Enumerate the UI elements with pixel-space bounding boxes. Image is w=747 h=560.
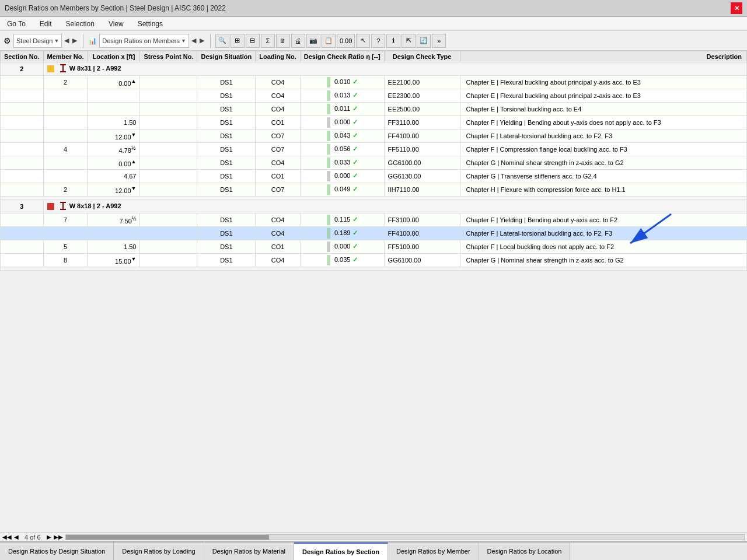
- help-btn[interactable]: ?: [371, 34, 385, 48]
- table-row: 2 W 8x31 | 2 - A992: [1, 62, 747, 76]
- table-row[interactable]: 1.50 DS1 CO1 0.000 ✓ FF3110.00 Chapter F…: [1, 116, 747, 130]
- info-btn[interactable]: ℹ: [386, 34, 400, 48]
- location-x-cell: 4.67: [88, 170, 140, 183]
- result-btn[interactable]: 📋: [322, 34, 336, 48]
- ratio-cell: 0.043 ✓: [300, 130, 384, 143]
- cursor-btn[interactable]: ↖: [356, 34, 370, 48]
- scroll-last[interactable]: ▶▶: [54, 534, 63, 540]
- member-no-cell: 4: [43, 143, 88, 156]
- check-code-cell: FF3100.00: [384, 214, 460, 227]
- member-no-cell: 5: [43, 240, 88, 254]
- section-no-cell: [1, 240, 44, 254]
- check-ok-icon: ✓: [352, 216, 358, 223]
- export-btn[interactable]: 🗎: [276, 34, 290, 48]
- table-row[interactable]: DS1 CO4 0.189 ✓ FF4100.00 Chapter F | La…: [1, 227, 747, 240]
- table-row[interactable]: 0.00▲ DS1 CO4 0.033 ✓ GG6100.00 Chapter …: [1, 156, 747, 170]
- tab-member[interactable]: Design Ratios by Member: [388, 542, 479, 560]
- description-cell: Chapter E | Flexural buckling about prin…: [460, 76, 746, 89]
- scroll-first[interactable]: ◀◀: [2, 534, 12, 540]
- ratio-cell: 0.035 ✓: [300, 254, 384, 267]
- table-row[interactable]: 4 4.78¹⁄₃ DS1 CO7 0.056 ✓ FF5110.00 Chap…: [1, 143, 747, 156]
- header-location-x: Location x [ft]: [88, 51, 140, 62]
- more-btn[interactable]: »: [432, 34, 446, 48]
- description-cell: Chapter G | Nominal shear strength in z-…: [460, 254, 746, 267]
- table-row[interactable]: 5 1.50 DS1 CO1 0.000 ✓ FF5100.00 Chapter…: [1, 240, 747, 254]
- table-row[interactable]: 8 15.00▼ DS1 CO4 0.035 ✓ GG6100.00 Chapt…: [1, 254, 747, 267]
- ratio-cell: 0.000 ✓: [300, 116, 384, 130]
- loading-no-cell: CO4: [256, 156, 301, 170]
- check-code-cell: FF3110.00: [384, 116, 460, 130]
- tab-material[interactable]: Design Ratios by Material: [204, 542, 294, 560]
- data-table: Section No. Member No. Location x [ft] S…: [0, 51, 747, 271]
- table-btn[interactable]: ⊞: [231, 34, 245, 48]
- dropdown2-next[interactable]: ▶: [198, 36, 205, 45]
- table-row[interactable]: DS1 CO4 0.011 ✓ EE2500.00 Chapter E | To…: [1, 103, 747, 116]
- value-btn[interactable]: 0.00: [337, 34, 355, 48]
- ratio-bar: [327, 131, 330, 141]
- scroll-next[interactable]: ▶: [47, 534, 51, 540]
- svg-rect-1: [62, 65, 64, 71]
- table-row[interactable]: 2 0.00▲ DS1 CO4 0.010 ✓ EE2100.00 Chapte…: [1, 76, 747, 89]
- description-cell: Chapter E | Torsional buckling acc. to E…: [460, 103, 746, 116]
- steel-design-dropdown[interactable]: Steel Design ▼: [13, 34, 62, 48]
- tab-location[interactable]: Design Ratios by Location: [479, 542, 571, 560]
- ratio-cell: 0.189 ✓: [300, 227, 384, 240]
- toolbar-group-1: ⚙ Steel Design ▼ ◀ ▶: [4, 34, 78, 48]
- loading-no-cell: CO4: [256, 254, 301, 267]
- update-btn[interactable]: 🔄: [417, 34, 431, 48]
- header-design-check-type: Design Check Type: [384, 51, 460, 62]
- svg-rect-5: [60, 209, 66, 210]
- scrollbar-area: ◀◀ ◀ 4 of 6 ▶ ▶▶: [0, 532, 747, 541]
- check-ok-icon: ✓: [352, 78, 358, 85]
- location-x-cell: 7.50½: [88, 214, 140, 227]
- description-cell: Chapter F | Lateral-torsional buckling a…: [460, 227, 746, 240]
- svg-rect-2: [60, 71, 66, 72]
- zoom-btn[interactable]: 🔍: [215, 34, 229, 48]
- scroll-prev[interactable]: ◀: [14, 534, 19, 540]
- screenshot-btn[interactable]: 📷: [306, 34, 320, 48]
- menu-view[interactable]: View: [106, 19, 126, 29]
- check-ok-icon: ✓: [352, 118, 358, 125]
- dropdown1-prev[interactable]: ◀: [63, 36, 70, 45]
- design-situation-cell: DS1: [197, 76, 256, 89]
- menu-edit[interactable]: Edit: [37, 19, 54, 29]
- description-cell: Chapter H | Flexure with compression for…: [460, 183, 746, 197]
- loading-no-cell: CO1: [256, 116, 301, 130]
- horizontal-scrollbar[interactable]: [65, 534, 745, 540]
- location-x-cell: [88, 89, 140, 103]
- loading-no-cell: CO4: [256, 76, 301, 89]
- nav-home-btn[interactable]: ⇱: [402, 34, 416, 48]
- print-btn[interactable]: 🖨: [291, 34, 305, 48]
- check-code-cell: EE2300.00: [384, 89, 460, 103]
- window-title: Design Ratios on Members by Section | St…: [5, 4, 226, 12]
- member-no-cell: 8: [43, 254, 88, 267]
- design-situation-cell: DS1: [197, 103, 256, 116]
- dropdown1-next[interactable]: ▶: [71, 36, 78, 45]
- table-row[interactable]: 2 12.00▼ DS1 CO7 0.049 ✓ IIH7110.00 Chap…: [1, 183, 747, 197]
- table-row[interactable]: 7 7.50½ DS1 CO4 0.115 ✓ FF3100.00 Chapte…: [1, 214, 747, 227]
- table-row[interactable]: 4.67 DS1 CO1 0.000 ✓ GG6130.00 Chapter G…: [1, 170, 747, 183]
- tab-loading[interactable]: Design Ratios by Loading: [114, 542, 204, 560]
- sum-btn[interactable]: Σ: [261, 34, 275, 48]
- check-code-cell: FF4100.00: [384, 130, 460, 143]
- location-x-cell: 12.00▼: [88, 130, 140, 143]
- menu-settings[interactable]: Settings: [135, 19, 165, 29]
- menu-goto[interactable]: Go To: [5, 19, 28, 29]
- stress-point-cell: [140, 183, 197, 197]
- table-row[interactable]: 12.00▼ DS1 CO7 0.043 ✓ FF4100.00 Chapter…: [1, 130, 747, 143]
- stress-point-cell: [140, 170, 197, 183]
- ratio-cell: 0.049 ✓: [300, 183, 384, 197]
- location-x-cell: 0.00▲: [88, 76, 140, 89]
- dropdown2-prev[interactable]: ◀: [190, 36, 197, 45]
- tab-design-situation[interactable]: Design Ratios by Design Situation: [0, 542, 114, 560]
- section-label-cell: W 8x18 | 2 - A992: [43, 200, 746, 214]
- ratio-bar: [327, 144, 330, 155]
- table-row[interactable]: DS1 CO4 0.013 ✓ EE2300.00 Chapter E | Fl…: [1, 89, 747, 103]
- close-button[interactable]: ✕: [731, 2, 742, 14]
- design-ratios-dropdown[interactable]: Design Ratios on Members ▼: [99, 34, 189, 48]
- menu-selection[interactable]: Selection: [64, 19, 97, 29]
- filter-btn[interactable]: ⊟: [246, 34, 260, 48]
- stress-point-cell: [140, 254, 197, 267]
- tab-section[interactable]: Design Ratios by Section: [294, 542, 388, 560]
- stress-point-cell: [140, 76, 197, 89]
